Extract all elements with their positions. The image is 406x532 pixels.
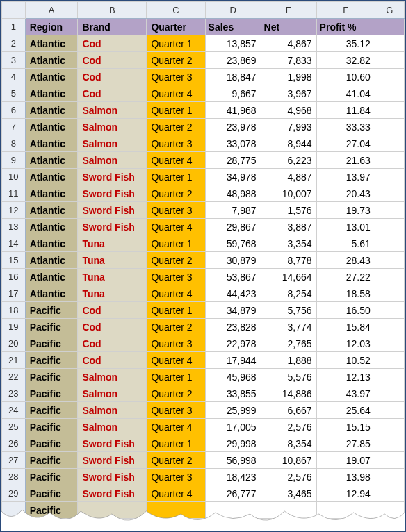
- cell-profit[interactable]: 13.01: [316, 219, 375, 235]
- cell-profit[interactable]: 15.15: [316, 419, 375, 435]
- cell-region[interactable]: Atlantic: [25, 202, 78, 219]
- cell-empty[interactable]: [375, 452, 404, 469]
- cell-region[interactable]: Atlantic: [25, 119, 78, 135]
- row-header-21[interactable]: 21: [2, 352, 26, 369]
- hdr-brand[interactable]: Brand: [78, 19, 147, 35]
- row-header-30[interactable]: [2, 502, 26, 519]
- cell-net[interactable]: 8,354: [261, 435, 316, 452]
- cell-net[interactable]: 4,968: [261, 102, 316, 119]
- cell-empty[interactable]: [375, 52, 404, 69]
- cell-sales[interactable]: 22,978: [205, 335, 261, 352]
- cell-empty[interactable]: [375, 219, 404, 235]
- cell-brand[interactable]: Cod: [78, 69, 147, 85]
- cell-profit[interactable]: 43.97: [316, 385, 375, 402]
- cell-quarter[interactable]: Quarter 1: [147, 35, 205, 52]
- cell-sales[interactable]: 9,667: [205, 85, 261, 102]
- cell-region[interactable]: Pacific: [25, 485, 78, 502]
- cell-brand[interactable]: Tuna: [78, 252, 147, 269]
- cell-quarter[interactable]: Quarter 2: [147, 52, 205, 69]
- cell-net[interactable]: 3,967: [261, 85, 316, 102]
- row-header-26[interactable]: 26: [2, 435, 26, 452]
- cell-region[interactable]: Atlantic: [25, 269, 78, 285]
- cell-profit[interactable]: 35.12: [316, 35, 375, 52]
- cell-net[interactable]: 10,867: [261, 452, 316, 469]
- cell-profit[interactable]: 19.07: [316, 452, 375, 469]
- cell-region[interactable]: Pacific: [25, 369, 78, 385]
- cell-brand[interactable]: Cod: [78, 335, 147, 352]
- row-header-20[interactable]: 20: [2, 335, 26, 352]
- cell-net[interactable]: 5,576: [261, 369, 316, 385]
- cell-profit[interactable]: 28.43: [316, 252, 375, 269]
- cell-net[interactable]: 3,887: [261, 219, 316, 235]
- row-header-4[interactable]: 4: [2, 69, 26, 85]
- cell-empty[interactable]: [375, 102, 404, 119]
- cell-empty[interactable]: [375, 335, 404, 352]
- cell-region[interactable]: Atlantic: [25, 152, 78, 169]
- row-header-17[interactable]: 17: [2, 285, 26, 302]
- cell-profit[interactable]: 15.84: [316, 319, 375, 335]
- cell-profit[interactable]: 25.64: [316, 402, 375, 419]
- cell-quarter[interactable]: Quarter 4: [147, 85, 205, 102]
- cell-quarter[interactable]: Quarter 2: [147, 252, 205, 269]
- cell-brand[interactable]: Salmon: [78, 102, 147, 119]
- cell-quarter[interactable]: Quarter 2: [147, 319, 205, 335]
- cell-net[interactable]: 6,223: [261, 152, 316, 169]
- cell-sales[interactable]: 25,999: [205, 402, 261, 419]
- cell-quarter[interactable]: [147, 502, 205, 519]
- cell-net[interactable]: 8,254: [261, 285, 316, 302]
- cell-region[interactable]: Atlantic: [25, 135, 78, 152]
- cell-net[interactable]: 14,664: [261, 269, 316, 285]
- cell-net[interactable]: 7,833: [261, 52, 316, 69]
- cell-quarter[interactable]: Quarter 3: [147, 402, 205, 419]
- cell-region[interactable]: Atlantic: [25, 69, 78, 85]
- cell-region[interactable]: Atlantic: [25, 169, 78, 185]
- cell-region[interactable]: Pacific: [25, 469, 78, 485]
- cell-sales[interactable]: 56,998: [205, 452, 261, 469]
- cell-quarter[interactable]: Quarter 2: [147, 185, 205, 202]
- cell-profit[interactable]: 5.61: [316, 235, 375, 252]
- cell-sales[interactable]: 48,988: [205, 185, 261, 202]
- row-header-6[interactable]: 6: [2, 102, 26, 119]
- cell-profit[interactable]: 12.13: [316, 369, 375, 385]
- cell-sales[interactable]: 7,987: [205, 202, 261, 219]
- cell-net[interactable]: 4,867: [261, 35, 316, 52]
- cell-quarter[interactable]: Quarter 4: [147, 219, 205, 235]
- cell-empty[interactable]: [375, 369, 404, 385]
- cell-quarter[interactable]: Quarter 4: [147, 352, 205, 369]
- cell-sales[interactable]: 44,423: [205, 285, 261, 302]
- cell-sales[interactable]: [205, 502, 261, 519]
- cell-quarter[interactable]: Quarter 2: [147, 452, 205, 469]
- cell-quarter[interactable]: Quarter 1: [147, 369, 205, 385]
- cell-profit[interactable]: [316, 502, 375, 519]
- cell-net[interactable]: 10,007: [261, 185, 316, 202]
- cell-region[interactable]: Pacific: [25, 335, 78, 352]
- cell-profit[interactable]: 27.85: [316, 435, 375, 452]
- cell-net[interactable]: [261, 502, 316, 519]
- cell-profit[interactable]: 12.94: [316, 485, 375, 502]
- cell-sales[interactable]: 29,998: [205, 435, 261, 452]
- cell-profit[interactable]: 13.98: [316, 469, 375, 485]
- cell-net[interactable]: 2,576: [261, 469, 316, 485]
- row-header-12[interactable]: 12: [2, 202, 26, 219]
- cell-brand[interactable]: Sword Fish: [78, 202, 147, 219]
- cell-empty[interactable]: [375, 469, 404, 485]
- hdr-profit[interactable]: Profit %: [316, 19, 375, 35]
- cell-quarter[interactable]: Quarter 4: [147, 285, 205, 302]
- cell-empty[interactable]: [375, 135, 404, 152]
- col-header-E[interactable]: E: [261, 2, 316, 19]
- cell-sales[interactable]: 23,828: [205, 319, 261, 335]
- col-header-B[interactable]: B: [78, 2, 147, 19]
- cell-region[interactable]: Pacific: [25, 385, 78, 402]
- cell-sales[interactable]: 34,978: [205, 169, 261, 185]
- cell-brand[interactable]: Cod: [78, 85, 147, 102]
- cell-region[interactable]: Atlantic: [25, 185, 78, 202]
- cell-brand[interactable]: Tuna: [78, 285, 147, 302]
- cell-empty[interactable]: [375, 202, 404, 219]
- cell-sales[interactable]: 18,423: [205, 469, 261, 485]
- cell-region[interactable]: Pacific: [25, 452, 78, 469]
- cell-region[interactable]: Pacific: [25, 502, 78, 519]
- cell-sales[interactable]: 30,879: [205, 252, 261, 269]
- cell-sales[interactable]: 23,978: [205, 119, 261, 135]
- cell-region[interactable]: Atlantic: [25, 52, 78, 69]
- cell-profit[interactable]: 13.97: [316, 169, 375, 185]
